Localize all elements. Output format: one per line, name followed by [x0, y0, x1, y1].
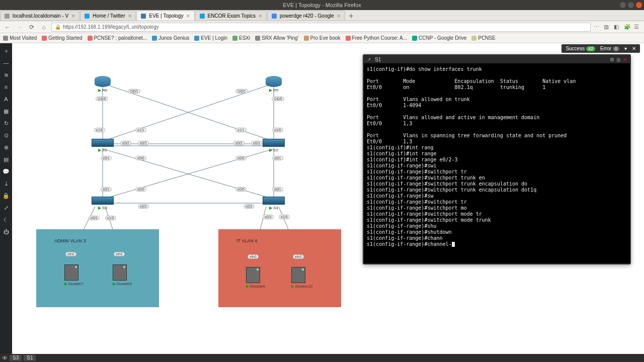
bookmark-label: Free Python Course: A... — [352, 35, 408, 41]
server-icon — [64, 264, 78, 281]
expand-icon[interactable]: ⤢ — [3, 204, 10, 211]
text-icon[interactable]: A — [3, 96, 10, 103]
tab-label: powerdge r420 - Google — [280, 13, 334, 19]
reload-button[interactable]: ⟳ — [27, 23, 36, 32]
bookmark-item[interactable]: SRX Allow 'Ping' — [255, 35, 298, 41]
close-icon[interactable] — [636, 2, 642, 8]
tab-close-icon[interactable]: × — [337, 13, 341, 20]
lock-icon[interactable]: 🔒 — [3, 192, 10, 199]
browser-tab[interactable]: EVE | Topology× — [136, 11, 194, 21]
terminal-output[interactable]: s1(config-if)#do show interfaces trunk P… — [364, 63, 630, 250]
bottom-tab-s1[interactable]: S1 — [24, 355, 36, 361]
terminal-gear-icon[interactable]: ⚙ — [610, 57, 614, 62]
bookmark-item[interactable]: PCNSE — [471, 35, 495, 41]
node-s2[interactable]: ▶S2 — [263, 139, 285, 152]
iface-label: e0/0 — [135, 156, 146, 160]
bookmark-item[interactable]: PCNSE? : paloaltonet... — [88, 35, 147, 41]
favicon-icon — [200, 14, 205, 19]
page-icon[interactable]: ▤ — [3, 156, 10, 163]
download-icon[interactable]: ⤓ — [3, 180, 10, 187]
server-icon — [291, 267, 305, 283]
node-docker8[interactable]: ▶Docker8 — [246, 267, 265, 289]
menu-icon[interactable]: ☰ — [634, 24, 641, 31]
browser-tab[interactable]: localhost.localdomain - V× — [0, 11, 79, 21]
bookmark-item[interactable]: ESXi — [232, 35, 250, 41]
chat-icon[interactable]: 💬 — [3, 168, 10, 175]
iface-label: Gi0/1 — [128, 89, 140, 94]
popout-icon[interactable]: ↗ — [367, 57, 371, 62]
bookmark-item[interactable]: EVE | Login — [194, 35, 227, 41]
moon-icon[interactable]: ☾ — [3, 216, 10, 223]
search-icon[interactable]: ⊙ — [3, 132, 10, 139]
url-input[interactable]: 🔒 https://192.168.1.199/legacy/L.unl/top… — [51, 23, 591, 32]
refresh-icon[interactable]: ↻ — [3, 120, 10, 127]
minimize-icon[interactable] — [620, 2, 626, 8]
list-icon[interactable]: ≡ — [3, 83, 10, 90]
library-icon[interactable]: ▥ — [604, 24, 611, 31]
new-tab-button[interactable]: + — [346, 12, 357, 21]
bookmark-item[interactable]: Junos Genius — [152, 35, 189, 41]
tab-close-icon[interactable]: × — [259, 13, 262, 20]
node-r5[interactable]: ▶R5 — [266, 76, 282, 93]
browser-tab[interactable]: ENCOR Exam Topics× — [195, 11, 267, 21]
terminal-titlebar[interactable]: ↗ S1 ⚙ ◎ ✕ — [364, 55, 630, 63]
grid-icon[interactable]: ▦ — [3, 108, 10, 115]
home-button[interactable]: ⌂ — [39, 23, 48, 32]
back-button[interactable]: ← — [3, 23, 12, 32]
iface-label: e1/0 — [105, 216, 116, 220]
cursor — [452, 242, 455, 247]
bookmark-item[interactable]: Getting Started — [42, 35, 82, 41]
server-icon — [246, 267, 260, 283]
eye-icon[interactable]: 👁 — [2, 355, 8, 361]
iface-label: e0/1 — [101, 156, 112, 160]
iface-label: e0/0 — [135, 187, 146, 192]
bookmark-item[interactable]: CCNP - Google Drive — [412, 35, 466, 41]
link-icon[interactable]: — — [3, 59, 10, 66]
iface-label: e0/2 — [138, 204, 149, 209]
bookmark-item[interactable]: Free Python Course: A... — [346, 35, 408, 41]
iface-label: e0/3 — [251, 141, 262, 145]
maximize-icon[interactable] — [628, 2, 634, 8]
bookmark-item[interactable]: Most Visited — [3, 35, 37, 41]
wavy-icon[interactable]: ≋ — [3, 71, 10, 78]
bottom-tab-s3[interactable]: S3 — [10, 355, 22, 361]
iface-label: e0/3 — [138, 141, 149, 145]
browser-tabbar: localhost.localdomain - V×Home / Twitter… — [0, 10, 644, 21]
topology-canvas[interactable]: Success 42 Error 0 ▾ ✕ ADMIN VLAN 3 IT V… — [12, 43, 644, 354]
node-s4[interactable]: ▶S4 — [263, 197, 285, 210]
iface-label: Gi0/0 — [96, 97, 108, 101]
bookmark-label: Pro Eve book — [310, 35, 341, 41]
toast-collapse-icon[interactable]: ▾ — [624, 46, 627, 51]
terminal-window[interactable]: ↗ S1 ⚙ ◎ ✕ s1(config-if)#do show interfa… — [363, 54, 631, 264]
add-node-icon[interactable]: ＋ — [3, 47, 10, 54]
toast-close-icon[interactable]: ✕ — [632, 46, 636, 51]
node-s3[interactable]: ▶S3 — [92, 197, 114, 210]
iface-label: e0/2 — [120, 141, 131, 145]
zoom-in-icon[interactable]: ⊕ — [3, 144, 10, 151]
reader-icon[interactable]: ⋯ — [594, 24, 601, 31]
tab-close-icon[interactable]: × — [71, 13, 75, 20]
running-icon: ▶ — [269, 206, 272, 210]
node-s1[interactable]: ▶S1 — [92, 139, 114, 152]
browser-tab[interactable]: Home / Twitter× — [80, 11, 136, 21]
bookmark-icon — [412, 36, 417, 41]
terminal-target-icon[interactable]: ◎ — [616, 57, 621, 62]
node-docker7[interactable]: ▶Docker7 — [64, 264, 84, 286]
extensions-icon[interactable]: 🧩 — [624, 24, 631, 31]
node-docker9[interactable]: ▶Docker9 — [113, 264, 132, 286]
browser-tab[interactable]: powerdge r420 - Google× — [267, 11, 345, 21]
tab-close-icon[interactable]: × — [187, 13, 190, 20]
tab-close-icon[interactable]: × — [128, 13, 131, 20]
power-icon[interactable]: ⏻ — [3, 228, 10, 235]
node-r6[interactable]: ▶R6 — [95, 76, 111, 93]
terminal-close-icon[interactable]: ✕ — [623, 57, 627, 62]
running-icon: ▶ — [246, 284, 249, 289]
node-docker10[interactable]: ▶Docker10 — [291, 267, 312, 289]
iface-label: e0/3 — [263, 215, 274, 219]
sidebar-icon[interactable]: ◧ — [614, 24, 621, 31]
bookmark-icon — [152, 36, 157, 41]
bookmark-item[interactable]: Pro Eve book — [304, 35, 341, 41]
running-icon: ▶ — [98, 148, 101, 152]
bookmark-label: CCNP - Google Drive — [419, 35, 466, 41]
favicon-icon — [85, 14, 90, 19]
